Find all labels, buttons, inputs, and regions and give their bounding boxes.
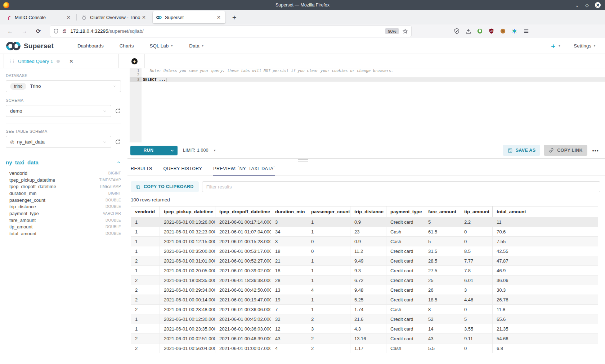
chevron-up-icon[interactable] <box>116 160 121 165</box>
table-cell: 2021-06-01 00:00:14.000 <box>160 295 215 305</box>
ublock-origin-icon[interactable]: uO <box>488 28 494 34</box>
filter-results-input[interactable] <box>202 181 600 192</box>
window-minimize-icon[interactable]: ⌄ <box>575 3 579 8</box>
nav-item-data[interactable]: Data▼ <box>189 43 204 49</box>
pane-splitter[interactable] <box>127 159 605 162</box>
link-icon <box>548 147 554 153</box>
schema-columns: vendoridBIGINTtpep_pickup_datetimeTIMEST… <box>6 170 121 237</box>
query-tab-untitled-1[interactable]: ⋮⋮ Untitled Query 1 ✕ <box>4 54 119 68</box>
tab-close-icon[interactable]: ✕ <box>65 14 72 21</box>
settings-menu[interactable]: Settings▼ <box>574 43 596 49</box>
nav-item-charts[interactable]: Charts <box>120 43 134 49</box>
table-cell: 23 <box>350 227 386 237</box>
new-tab-button[interactable]: ＋ <box>227 13 242 22</box>
zoom-level-badge[interactable]: 90% <box>385 28 399 34</box>
download-icon[interactable] <box>465 28 471 34</box>
pocket-shield-icon[interactable] <box>454 28 460 34</box>
browser-tab-superset[interactable]: Superset ✕ <box>153 11 225 23</box>
table-cell: 3 <box>271 217 307 227</box>
table-column-header[interactable]: payment_type <box>386 206 424 217</box>
table-column-header[interactable]: vendorid <box>131 206 160 217</box>
tab-preview-ny-taxi-data[interactable]: PREVIEW: `NY_TAXI_DATA` <box>213 162 275 176</box>
back-icon[interactable]: ← <box>3 28 17 35</box>
table-cell: 43 <box>424 334 460 343</box>
menu-hamburger-icon[interactable] <box>523 28 529 34</box>
chevron-down-icon: ▼ <box>593 44 596 47</box>
limit-dropdown[interactable]: LIMIT: 1 000 ▼ <box>183 148 216 153</box>
sql-editor[interactable]: 1 2 3 -- Note: Unless you save your quer… <box>127 68 605 142</box>
table-column-header[interactable]: trip_distance <box>350 206 386 217</box>
save-icon <box>507 148 513 153</box>
table-select[interactable]: ◎ ny_taxi_data <box>6 136 111 148</box>
table-header-row: vendoridtpep_pickup_datetimetpep_dropoff… <box>131 206 598 217</box>
tab-results[interactable]: RESULTS <box>131 162 152 176</box>
table-cell: 0.9 <box>350 237 386 246</box>
table-cell: 3 <box>307 324 350 334</box>
window-close-icon[interactable]: ✕ <box>595 2 601 8</box>
table-column-header[interactable]: fare_amount <box>424 206 460 217</box>
add-query-tab-button[interactable]: ＋ <box>124 54 145 68</box>
window-maximize-icon[interactable]: ◇ <box>585 3 589 8</box>
new-item-plus-button[interactable]: ＋▼ <box>550 41 561 51</box>
reload-icon[interactable]: ⟳ <box>32 28 45 35</box>
run-button[interactable]: RUN <box>130 146 178 155</box>
chevron-down-icon <box>103 140 107 144</box>
superset-brand[interactable]: Superset <box>5 41 54 51</box>
cookie-extension-icon[interactable] <box>500 28 506 34</box>
table-column-header[interactable]: tpep_pickup_datetime <box>160 206 215 217</box>
table-cell: 2021-06-01 00:35:00.000 <box>160 246 215 256</box>
insecure-lock-icon[interactable] <box>62 28 67 34</box>
table-cell: 9.49 <box>350 256 386 266</box>
table-column-header[interactable]: passenger_count <box>307 206 350 217</box>
refresh-table-icon[interactable] <box>115 139 121 145</box>
table-panel-title[interactable]: ny_taxi_data <box>6 159 39 165</box>
database-select[interactable]: trino Trino <box>6 80 121 92</box>
more-options-button[interactable]: ••• <box>591 148 600 153</box>
table-cell: 2021-06-01 00:20:05.000 <box>160 266 215 276</box>
table-cell: Cash <box>386 237 424 246</box>
column-name: trip_distance <box>9 204 36 209</box>
table-cell: Credit card <box>386 285 424 295</box>
tab-query-history[interactable]: QUERY HISTORY <box>163 162 202 176</box>
table-cell: 26 <box>424 285 460 295</box>
table-column-header[interactable]: tpep_dropoff_datetime <box>215 206 271 217</box>
query-tab-close-icon[interactable]: ✕ <box>70 59 73 64</box>
nav-item-dashboards[interactable]: Dashboards <box>77 43 104 49</box>
asterisk-extension-icon[interactable] <box>511 28 517 34</box>
tracking-shield-icon[interactable] <box>53 28 59 34</box>
tab-close-icon[interactable]: ✕ <box>215 14 222 21</box>
table-cell: 1 <box>131 314 160 324</box>
table-column-header[interactable]: duration_min <box>271 206 307 217</box>
nav-item-sql-lab[interactable]: SQL Lab▼ <box>149 43 173 49</box>
table-row: 22021-06-01 00:28:48.0002021-06-01 00:36… <box>131 305 598 314</box>
splitter-grip-icon[interactable] <box>298 159 308 162</box>
column-type: BIGINT <box>108 191 121 195</box>
bookmark-star-icon[interactable] <box>402 28 408 34</box>
schema-column-row: tpep_dropoff_datetimeTIMESTAMP <box>9 183 121 190</box>
table-cell: 1.74 <box>350 305 386 314</box>
drag-handle-icon[interactable]: ⋮⋮ <box>8 59 15 64</box>
url-bar[interactable]: 172.18.0.4:32295/superset/sqllab/ 90% <box>50 26 411 37</box>
run-dropdown-button[interactable] <box>167 146 178 155</box>
schema-column-row: total_amountDOUBLE <box>9 230 121 237</box>
window-title: Superset — Mozilla Firefox <box>0 3 605 8</box>
schema-select[interactable]: demo <box>6 105 111 117</box>
forward-icon[interactable]: → <box>17 28 32 35</box>
column-type: DOUBLE <box>106 232 121 236</box>
browser-tab-trino[interactable]: Cluster Overview - Trino ✕ <box>78 11 151 23</box>
table-cell: 2 <box>131 295 160 305</box>
copy-link-button[interactable]: COPY LINK <box>544 145 587 156</box>
table-cell: 0 <box>460 227 493 237</box>
table-column-header[interactable]: tip_amount <box>460 206 493 217</box>
table-column-header[interactable]: total_amount <box>493 206 598 217</box>
table-cell: Cash <box>386 227 424 237</box>
tab-close-icon[interactable]: ✕ <box>140 14 147 21</box>
save-as-button[interactable]: SAVE AS <box>503 145 541 156</box>
refresh-schema-icon[interactable] <box>115 108 121 114</box>
copy-to-clipboard-button[interactable]: COPY TO CLIPBOARD <box>131 181 199 192</box>
minio-favicon-icon <box>6 14 12 21</box>
ghostery-extension-icon[interactable] <box>477 28 483 34</box>
sqllab-sidebar: DATABASE trino Trino SCHEMA demo SEE TAB… <box>0 68 127 364</box>
table-cell: 52 <box>424 314 460 324</box>
browser-tab-minio[interactable]: MinIO Console ✕ <box>3 11 75 23</box>
